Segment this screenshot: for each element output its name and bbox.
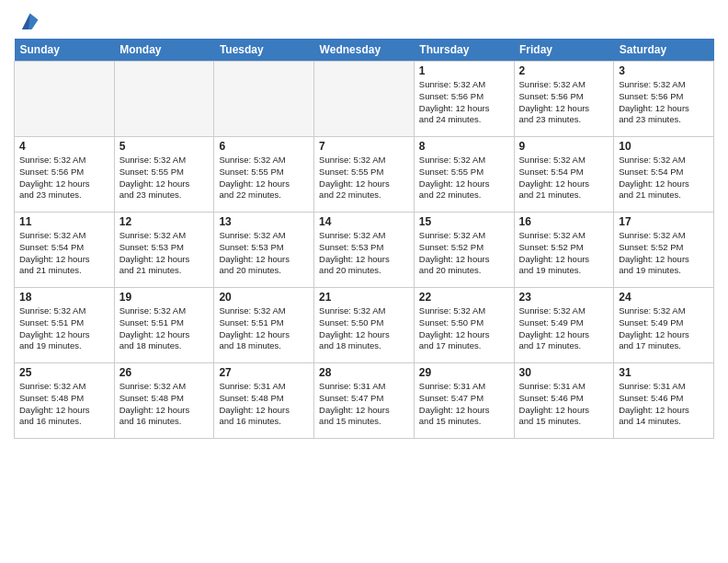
calendar-cell: 30Sunrise: 5:31 AM Sunset: 5:46 PM Dayli… [514, 363, 614, 439]
calendar-cell: 21Sunrise: 5:32 AM Sunset: 5:50 PM Dayli… [314, 288, 415, 363]
calendar-cell: 19Sunrise: 5:32 AM Sunset: 5:51 PM Dayli… [114, 288, 214, 363]
calendar-cell: 20Sunrise: 5:32 AM Sunset: 5:51 PM Dayli… [214, 288, 314, 363]
day-number: 8 [419, 140, 509, 153]
weekday-friday: Friday [514, 39, 614, 62]
calendar-cell: 31Sunrise: 5:31 AM Sunset: 5:46 PM Dayli… [614, 363, 714, 439]
day-info: Sunrise: 5:31 AM Sunset: 5:47 PM Dayligh… [419, 381, 509, 428]
day-info: Sunrise: 5:31 AM Sunset: 5:47 PM Dayligh… [319, 381, 409, 428]
day-number: 7 [319, 140, 409, 153]
day-info: Sunrise: 5:32 AM Sunset: 5:49 PM Dayligh… [619, 305, 709, 352]
day-info: Sunrise: 5:32 AM Sunset: 5:50 PM Dayligh… [419, 305, 509, 352]
day-info: Sunrise: 5:32 AM Sunset: 5:53 PM Dayligh… [119, 230, 210, 277]
calendar-cell: 23Sunrise: 5:32 AM Sunset: 5:49 PM Dayli… [514, 288, 614, 363]
calendar-cell [15, 62, 115, 137]
day-info: Sunrise: 5:31 AM Sunset: 5:46 PM Dayligh… [519, 381, 609, 428]
calendar-cell: 7Sunrise: 5:32 AM Sunset: 5:55 PM Daylig… [314, 137, 415, 213]
day-number: 26 [119, 366, 210, 379]
day-number: 5 [119, 140, 210, 153]
day-info: Sunrise: 5:32 AM Sunset: 5:49 PM Dayligh… [519, 305, 609, 352]
weekday-saturday: Saturday [614, 39, 714, 62]
week-row-4: 18Sunrise: 5:32 AM Sunset: 5:51 PM Dayli… [15, 288, 714, 363]
weekday-monday: Monday [114, 39, 214, 62]
day-number: 18 [19, 291, 109, 304]
day-info: Sunrise: 5:32 AM Sunset: 5:50 PM Dayligh… [319, 305, 409, 352]
calendar-cell: 11Sunrise: 5:32 AM Sunset: 5:54 PM Dayli… [15, 213, 115, 288]
day-number: 12 [119, 215, 210, 228]
header [14, 9, 714, 33]
week-row-5: 25Sunrise: 5:32 AM Sunset: 5:48 PM Dayli… [15, 363, 714, 439]
logo [14, 13, 41, 33]
day-number: 9 [519, 140, 609, 153]
calendar-cell [214, 62, 314, 137]
day-number: 16 [519, 215, 609, 228]
calendar-cell: 5Sunrise: 5:32 AM Sunset: 5:55 PM Daylig… [114, 137, 214, 213]
calendar-cell: 6Sunrise: 5:32 AM Sunset: 5:55 PM Daylig… [214, 137, 314, 213]
day-number: 21 [319, 291, 409, 304]
day-info: Sunrise: 5:32 AM Sunset: 5:48 PM Dayligh… [19, 381, 109, 428]
day-number: 14 [319, 215, 409, 228]
weekday-thursday: Thursday [414, 39, 514, 62]
logo-icon [16, 11, 41, 33]
day-number: 30 [519, 366, 609, 379]
day-info: Sunrise: 5:32 AM Sunset: 5:56 PM Dayligh… [419, 79, 509, 126]
calendar-cell: 1Sunrise: 5:32 AM Sunset: 5:56 PM Daylig… [414, 62, 514, 137]
day-number: 6 [219, 140, 309, 153]
day-number: 17 [619, 215, 709, 228]
page-container: SundayMondayTuesdayWednesdayThursdayFrid… [0, 0, 728, 448]
day-number: 3 [619, 64, 709, 77]
calendar-cell: 2Sunrise: 5:32 AM Sunset: 5:56 PM Daylig… [514, 62, 614, 137]
weekday-wednesday: Wednesday [314, 39, 415, 62]
weekday-tuesday: Tuesday [214, 39, 314, 62]
calendar-cell: 14Sunrise: 5:32 AM Sunset: 5:53 PM Dayli… [314, 213, 415, 288]
day-number: 24 [619, 291, 709, 304]
day-number: 31 [619, 366, 709, 379]
calendar-cell [314, 62, 415, 137]
calendar-cell: 10Sunrise: 5:32 AM Sunset: 5:54 PM Dayli… [614, 137, 714, 213]
calendar-cell: 27Sunrise: 5:31 AM Sunset: 5:48 PM Dayli… [214, 363, 314, 439]
day-number: 11 [19, 215, 109, 228]
day-number: 27 [219, 366, 309, 379]
day-info: Sunrise: 5:32 AM Sunset: 5:56 PM Dayligh… [19, 155, 109, 201]
weekday-header-row: SundayMondayTuesdayWednesdayThursdayFrid… [15, 39, 714, 62]
day-info: Sunrise: 5:32 AM Sunset: 5:52 PM Dayligh… [619, 230, 709, 277]
day-number: 23 [519, 291, 609, 304]
day-info: Sunrise: 5:32 AM Sunset: 5:54 PM Dayligh… [519, 155, 609, 201]
day-number: 28 [319, 366, 409, 379]
week-row-2: 4Sunrise: 5:32 AM Sunset: 5:56 PM Daylig… [15, 137, 714, 213]
day-number: 1 [419, 64, 509, 77]
calendar-cell: 26Sunrise: 5:32 AM Sunset: 5:48 PM Dayli… [114, 363, 214, 439]
day-number: 15 [419, 215, 509, 228]
day-info: Sunrise: 5:32 AM Sunset: 5:56 PM Dayligh… [619, 79, 709, 126]
day-info: Sunrise: 5:32 AM Sunset: 5:55 PM Dayligh… [319, 155, 409, 201]
calendar-cell: 12Sunrise: 5:32 AM Sunset: 5:53 PM Dayli… [114, 213, 214, 288]
day-info: Sunrise: 5:31 AM Sunset: 5:48 PM Dayligh… [219, 381, 309, 428]
day-number: 10 [619, 140, 709, 153]
day-info: Sunrise: 5:32 AM Sunset: 5:52 PM Dayligh… [419, 230, 509, 277]
day-info: Sunrise: 5:32 AM Sunset: 5:55 PM Dayligh… [219, 155, 309, 201]
calendar-cell: 8Sunrise: 5:32 AM Sunset: 5:55 PM Daylig… [414, 137, 514, 213]
calendar-cell: 22Sunrise: 5:32 AM Sunset: 5:50 PM Dayli… [414, 288, 514, 363]
week-row-1: 1Sunrise: 5:32 AM Sunset: 5:56 PM Daylig… [15, 62, 714, 137]
calendar-cell: 4Sunrise: 5:32 AM Sunset: 5:56 PM Daylig… [15, 137, 115, 213]
day-number: 4 [19, 140, 109, 153]
day-number: 29 [419, 366, 509, 379]
calendar-table: SundayMondayTuesdayWednesdayThursdayFrid… [14, 39, 714, 439]
day-number: 25 [19, 366, 109, 379]
day-info: Sunrise: 5:32 AM Sunset: 5:55 PM Dayligh… [119, 155, 210, 201]
day-info: Sunrise: 5:32 AM Sunset: 5:55 PM Dayligh… [419, 155, 509, 201]
calendar-cell: 15Sunrise: 5:32 AM Sunset: 5:52 PM Dayli… [414, 213, 514, 288]
day-number: 19 [119, 291, 210, 304]
calendar-cell: 17Sunrise: 5:32 AM Sunset: 5:52 PM Dayli… [614, 213, 714, 288]
calendar-cell: 3Sunrise: 5:32 AM Sunset: 5:56 PM Daylig… [614, 62, 714, 137]
calendar-cell: 25Sunrise: 5:32 AM Sunset: 5:48 PM Dayli… [15, 363, 115, 439]
day-number: 13 [219, 215, 309, 228]
day-info: Sunrise: 5:31 AM Sunset: 5:46 PM Dayligh… [619, 381, 709, 428]
week-row-3: 11Sunrise: 5:32 AM Sunset: 5:54 PM Dayli… [15, 213, 714, 288]
day-info: Sunrise: 5:32 AM Sunset: 5:48 PM Dayligh… [119, 381, 210, 428]
day-info: Sunrise: 5:32 AM Sunset: 5:54 PM Dayligh… [619, 155, 709, 201]
day-info: Sunrise: 5:32 AM Sunset: 5:51 PM Dayligh… [19, 305, 109, 352]
calendar-cell [114, 62, 214, 137]
day-info: Sunrise: 5:32 AM Sunset: 5:53 PM Dayligh… [219, 230, 309, 277]
day-number: 22 [419, 291, 509, 304]
day-info: Sunrise: 5:32 AM Sunset: 5:56 PM Dayligh… [519, 79, 609, 126]
